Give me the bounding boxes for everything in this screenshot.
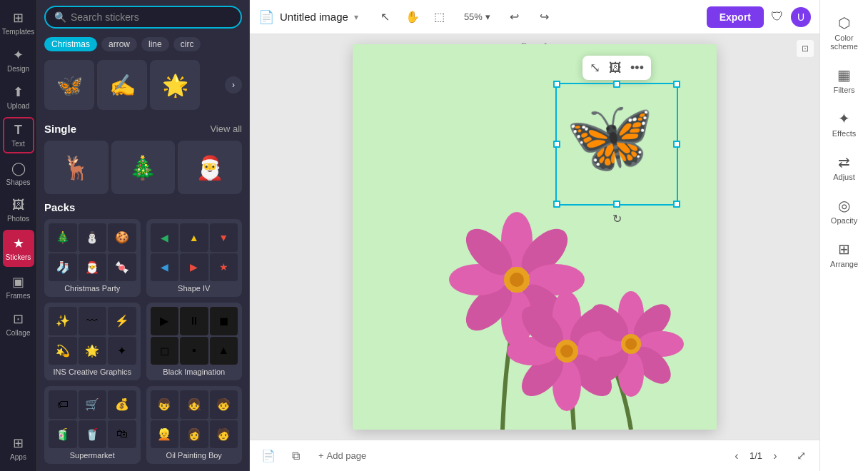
search-input[interactable] <box>71 11 232 23</box>
filters-tool[interactable]: ▦ Filters <box>824 61 865 100</box>
pack-cell: 👱 <box>151 420 179 449</box>
preview-sticker-1[interactable]: ✍️ <box>97 60 147 110</box>
arrange-tool[interactable]: ⊞ Arrange <box>824 235 865 274</box>
pack-cell: ▶ <box>151 307 179 335</box>
hand-tool-button[interactable]: ✋ <box>401 6 424 29</box>
pack-cell: 🥤 <box>79 420 107 449</box>
chip-christmas[interactable]: Christmas <box>44 37 97 51</box>
single-sticker-1[interactable]: 🎄 <box>111 141 176 194</box>
redo-button[interactable]: ↪ <box>533 6 556 29</box>
svg-point-9 <box>510 273 524 287</box>
color-scheme-tool[interactable]: ⬡ Color scheme <box>824 9 865 56</box>
single-sticker-2[interactable]: 🎅 <box>178 141 242 194</box>
frame-tool-button[interactable]: ⬚ <box>428 6 451 29</box>
handle-mid-left[interactable] <box>553 141 560 148</box>
handle-mid-right[interactable] <box>673 141 680 148</box>
chip-arrow[interactable]: arrow <box>101 37 137 51</box>
pack-black-imagination[interactable]: ▶ ⏸ ◼ ◻ ▪ ▲ Black Imagination <box>146 303 243 380</box>
handle-top-center[interactable] <box>613 81 620 88</box>
sidebar-item-collage[interactable]: ⊡ Collage <box>3 307 34 341</box>
handle-top-right[interactable] <box>673 81 680 88</box>
resize-context-icon[interactable]: ⤡ <box>590 60 600 76</box>
pack-oil-painting-boy[interactable]: 👦 👧 🧒 👱 👩 🧑 Oil Painting Boy <box>146 386 243 464</box>
pack-cell: ✨ <box>49 307 77 335</box>
pack-shape-iv[interactable]: ◀ ▲ ▼ ◀ ▶ ★ Shape IV <box>146 219 243 297</box>
search-wrapper[interactable]: 🔍 <box>44 6 242 29</box>
pack-preview: ◀ ▲ ▼ ◀ ▶ ★ <box>151 223 238 281</box>
sidebar-item-text[interactable]: T Text <box>3 117 34 153</box>
page-indicator: 1/1 <box>750 450 762 461</box>
next-page-button[interactable]: › <box>767 447 784 465</box>
add-page-label: Add page <box>327 450 367 461</box>
effects-label: Effects <box>832 129 856 138</box>
pack-supermarket[interactable]: 🏷 🛒 💰 🧃 🥤 🛍 Supermarket <box>44 386 141 464</box>
page-thumbnail-icon[interactable]: 📄 <box>258 446 278 466</box>
select-tool-button[interactable]: ↖ <box>374 6 397 29</box>
sidebar-item-stickers[interactable]: ★ Stickers <box>3 230 34 267</box>
sidebar-item-apps[interactable]: ⊞ Apps <box>3 431 34 465</box>
collage-icon: ⊡ <box>13 311 24 327</box>
sidebar-item-design[interactable]: ✦ Design <box>3 43 34 77</box>
duplicate-page-icon[interactable]: ⧉ <box>286 446 306 466</box>
effects-tool[interactable]: ✦ Effects <box>824 104 865 143</box>
rotate-handle[interactable]: ↻ <box>610 211 624 226</box>
sidebar-item-frames[interactable]: ▣ Frames <box>3 270 34 304</box>
pack-cell: 🌟 <box>79 337 107 365</box>
pack-cell: ▪ <box>180 337 208 365</box>
pack-name: Shape IV <box>151 284 238 293</box>
chip-line[interactable]: line <box>141 37 169 51</box>
selection-box: ↻ <box>555 83 678 206</box>
prev-page-button[interactable]: ‹ <box>728 447 745 465</box>
apps-icon: ⊞ <box>13 435 24 451</box>
pack-name: Supermarket <box>49 451 136 460</box>
sidebar-item-shapes[interactable]: ◯ Shapes <box>3 156 34 191</box>
pack-cell: 🍪 <box>108 223 136 252</box>
sidebar-item-label: Apps <box>10 453 26 461</box>
opacity-tool[interactable]: ◎ Opacity <box>824 191 865 231</box>
page-menu-button[interactable]: ⊡ <box>797 40 814 57</box>
pack-christmas-party[interactable]: 🎄 ⛄ 🍪 🧦 🎅 🍬 Christmas Party <box>44 219 141 297</box>
pack-ins-creative[interactable]: ✨ 〰 ⚡ 💫 🌟 ✦ INS Creative Graphics <box>44 303 141 380</box>
arrange-icon: ⊞ <box>838 240 850 258</box>
chip-circ[interactable]: circ <box>173 37 201 51</box>
handle-bottom-center[interactable] <box>613 201 620 208</box>
export-button[interactable]: Export <box>707 6 764 28</box>
expand-button[interactable]: ⤢ <box>791 446 811 466</box>
undo-button[interactable]: ↩ <box>503 6 526 29</box>
single-sticker-0[interactable]: 🦌 <box>44 141 108 194</box>
single-view-all[interactable]: View all <box>210 123 242 134</box>
selected-sticker[interactable]: ⤡ 🖼 ••• ↻ 🦋 <box>560 87 674 201</box>
zoom-value: 55% <box>464 11 483 22</box>
adjust-tool[interactable]: ⇄ Adjust <box>824 148 865 187</box>
adjust-icon: ⇄ <box>838 153 850 171</box>
pack-preview: 🏷 🛒 💰 🧃 🥤 🛍 <box>49 390 136 448</box>
arrange-label: Arrange <box>830 260 858 268</box>
canvas-area[interactable]: Page 1 ⊡ <box>250 34 819 440</box>
pack-cell: 🍬 <box>108 253 136 282</box>
copy-style-context-icon[interactable]: 🖼 <box>609 61 622 76</box>
add-page-button[interactable]: + Add page <box>313 447 372 464</box>
pack-cell: 🧦 <box>49 253 77 282</box>
avatar[interactable]: U <box>791 7 811 27</box>
canvas-document[interactable]: ⤡ 🖼 ••• ↻ 🦋 <box>353 44 717 430</box>
doc-dropdown-arrow[interactable]: ▾ <box>354 12 358 22</box>
pack-name: Black Imagination <box>151 368 238 376</box>
pack-preview: ✨ 〰 ⚡ 💫 🌟 ✦ <box>49 307 136 365</box>
text-icon: T <box>14 123 22 138</box>
sidebar-item-photos[interactable]: 🖼 Photos <box>3 193 34 227</box>
zoom-control[interactable]: 55% ▾ <box>458 9 496 25</box>
shield-icon[interactable]: 🛡 <box>771 9 784 24</box>
preview-sticker-0[interactable]: 🦋 <box>44 60 94 110</box>
sidebar-item-templates[interactable]: ⊞ Templates <box>3 6 34 40</box>
handle-bottom-left[interactable] <box>553 201 560 208</box>
preview-sticker-2[interactable]: 🌟 <box>150 60 200 110</box>
handle-bottom-right[interactable] <box>673 201 680 208</box>
sidebar-item-label: Frames <box>6 292 31 300</box>
doc-icon: 📄 <box>258 9 274 25</box>
sidebar-item-label: Upload <box>7 102 30 110</box>
row-next-arrow[interactable]: › <box>225 76 242 93</box>
more-context-icon[interactable]: ••• <box>630 61 644 76</box>
color-scheme-icon: ⬡ <box>838 14 850 31</box>
sidebar-item-upload[interactable]: ⬆ Upload <box>3 80 34 114</box>
handle-top-left[interactable] <box>553 81 560 88</box>
